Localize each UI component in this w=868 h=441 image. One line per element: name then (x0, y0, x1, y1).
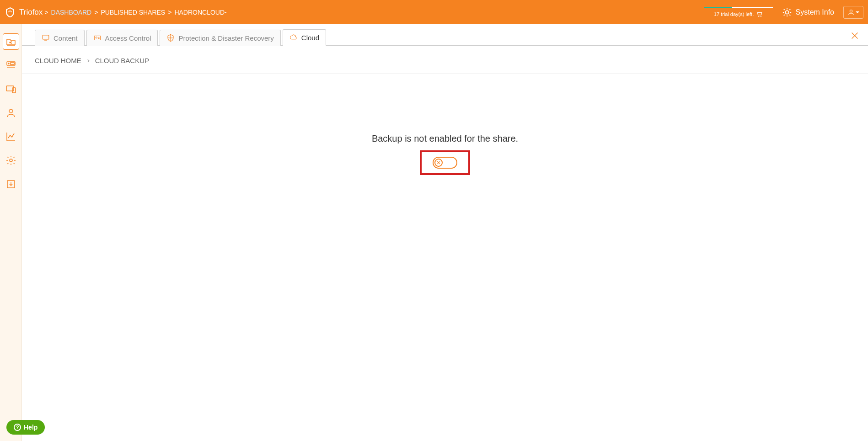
tab-label: Protection & Disaster Recovery (178, 34, 273, 42)
gear-icon (782, 7, 792, 17)
breadcrumb-sep: > (94, 9, 98, 16)
sidebar-item-download[interactable] (3, 176, 19, 192)
svg-rect-13 (43, 35, 49, 39)
user-menu[interactable] (843, 6, 863, 19)
devices-icon (5, 84, 16, 95)
sidebar-item-settings[interactable] (3, 152, 19, 169)
tab-protection[interactable]: Protection & Disaster Recovery (160, 30, 280, 46)
cart-icon[interactable] (756, 11, 763, 17)
tab-label: Cloud (301, 34, 319, 42)
system-info-button[interactable]: System Info (782, 7, 834, 17)
svg-point-5 (8, 63, 9, 64)
backup-toggle[interactable] (433, 157, 457, 169)
logo-icon (5, 7, 16, 18)
svg-point-10 (9, 109, 13, 113)
close-icon[interactable] (850, 31, 860, 41)
progress-bar (704, 7, 773, 8)
brand-name: Triofox (19, 8, 43, 17)
svg-point-0 (785, 11, 788, 14)
user-icon (847, 9, 855, 16)
folder-share-icon (5, 36, 16, 47)
trial-progress: 17 trial day(s) left. (704, 7, 773, 17)
id-card-icon (93, 34, 102, 42)
toggle-highlight (420, 150, 470, 175)
sidebar-item-shares[interactable] (3, 33, 19, 50)
server-icon (5, 60, 16, 71)
download-icon (5, 179, 16, 190)
sidebar-item-users[interactable] (3, 105, 19, 121)
help-button[interactable]: ? Help (6, 420, 45, 435)
header-right: 17 trial day(s) left. System Info (704, 6, 863, 19)
cloud-breadcrumb: CLOUD HOME CLOUD BACKUP (22, 46, 868, 74)
sidebar-item-servers[interactable] (3, 57, 19, 74)
user-group-icon (5, 107, 16, 118)
svg-point-16 (96, 37, 97, 38)
svg-rect-6 (11, 63, 14, 64)
logo-area: Triofox (5, 7, 43, 18)
system-info-label: System Info (796, 8, 834, 16)
shield-icon (166, 34, 175, 42)
header: Triofox > DASHBOARD > PUBLISHED SHARES >… (0, 0, 868, 24)
trial-text: 17 trial day(s) left. (714, 11, 763, 17)
x-icon (436, 160, 441, 165)
toggle-knob (434, 159, 443, 167)
cloud-backup-crumb[interactable]: CLOUD BACKUP (95, 57, 149, 64)
tab-access-control[interactable]: Access Control (86, 30, 158, 46)
chevron-right-icon (86, 58, 91, 63)
svg-point-11 (10, 159, 12, 162)
main: Content Access Control Protection & Disa… (22, 24, 868, 441)
monitor-icon (42, 34, 50, 42)
header-breadcrumb: > DASHBOARD > PUBLISHED SHARES > HADRONC… (44, 9, 226, 16)
breadcrumb-published-shares[interactable]: PUBLISHED SHARES (101, 9, 165, 16)
svg-point-1 (850, 10, 852, 12)
tab-cloud[interactable]: Cloud (283, 29, 326, 46)
sidebar (0, 24, 22, 441)
gear-icon (5, 155, 16, 166)
breadcrumb-sep: > (44, 9, 48, 16)
breadcrumb-dashboard[interactable]: DASHBOARD (51, 9, 92, 16)
tab-content[interactable]: Content (35, 30, 85, 46)
content-area: Backup is not enabled for the share. (22, 74, 868, 441)
tab-label: Content (54, 34, 78, 42)
sidebar-item-devices[interactable] (3, 81, 19, 97)
caret-down-icon (856, 11, 859, 13)
backup-status-message: Backup is not enabled for the share. (372, 133, 518, 144)
help-label: Help (24, 424, 38, 431)
tabs: Content Access Control Protection & Disa… (22, 24, 868, 46)
help-icon: ? (14, 424, 21, 431)
sidebar-item-reports[interactable] (3, 128, 19, 145)
cloud-home-crumb[interactable]: CLOUD HOME (35, 57, 81, 64)
cloud-icon (289, 33, 298, 42)
svg-rect-15 (94, 36, 101, 40)
breadcrumb-sep: > (168, 9, 171, 16)
chart-icon (5, 131, 16, 142)
tab-label: Access Control (105, 34, 151, 42)
breadcrumb-hadroncloud[interactable]: HADRONCLOUD- (174, 9, 226, 16)
